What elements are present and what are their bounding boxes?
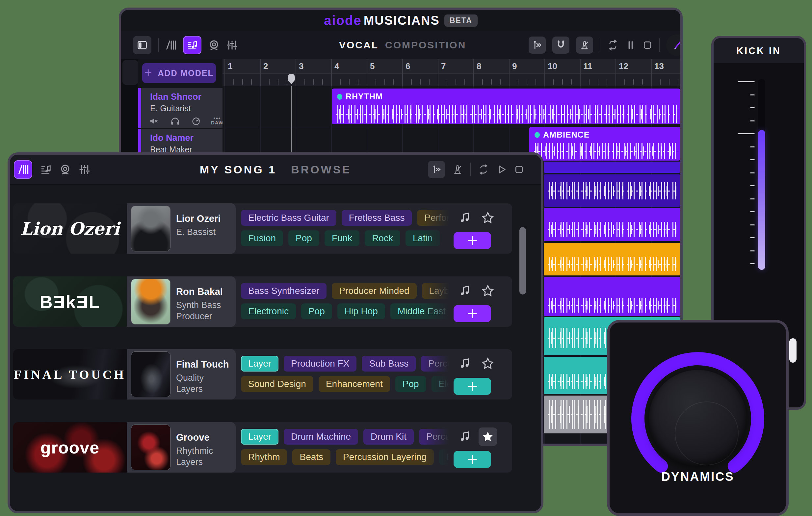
tag-pill[interactable]: Electronic xyxy=(241,303,296,319)
musician-row[interactable]: FINAL TOUCH Final Touch Quality Layers L… xyxy=(13,349,512,399)
track-header[interactable]: Idan Shneor E. Guitarist •••DAW xyxy=(138,88,223,128)
add-musician-button[interactable] xyxy=(454,451,491,468)
score-view-icon[interactable] xyxy=(183,36,201,54)
loop-icon[interactable] xyxy=(607,39,619,51)
stop-icon[interactable] xyxy=(642,40,652,50)
tag-pill[interactable]: Drum Kit xyxy=(364,429,414,445)
play-icon[interactable] xyxy=(496,164,507,175)
tag-pill[interactable]: Beats xyxy=(292,449,330,465)
preview-audio-icon[interactable] xyxy=(458,356,473,371)
favorite-star-icon[interactable] xyxy=(478,355,497,373)
headphones-icon[interactable] xyxy=(169,116,181,127)
tag-pill[interactable]: Drum Machine xyxy=(284,429,358,445)
musician-name: Final Touch xyxy=(176,359,229,370)
kick-fader-fill[interactable] xyxy=(758,130,765,270)
follow-playhead-icon[interactable] xyxy=(529,36,546,54)
dynamics-knob[interactable] xyxy=(649,370,747,467)
tag-list: LayerProduction FXSub BassPercussion Sou… xyxy=(241,349,453,399)
snap-magnet-icon[interactable] xyxy=(552,36,570,54)
tag-fade-overlay xyxy=(424,349,453,399)
browser-header: MY SONG 1 BROWSE xyxy=(10,155,541,185)
rail-notch[interactable] xyxy=(122,60,138,85)
tag-pill[interactable]: Layer xyxy=(241,356,279,371)
tag-pill[interactable]: Funk xyxy=(324,230,359,246)
tag-pill[interactable]: Fretless Bass xyxy=(342,210,412,226)
musician-logo: Lion Ozeri xyxy=(21,218,120,239)
clip-rhythm[interactable]: RHYTHM xyxy=(332,89,680,124)
favorite-star-icon[interactable] xyxy=(478,282,497,300)
fader-scale xyxy=(736,81,755,279)
strings-view-icon[interactable] xyxy=(165,39,176,51)
tag-pill[interactable]: Rock xyxy=(365,230,400,246)
view-title-primary[interactable]: VOCAL xyxy=(339,39,378,51)
tag-pill[interactable]: Percussion Layering xyxy=(336,449,434,465)
browse-tab[interactable]: BROWSE xyxy=(291,163,351,176)
clip-status-dot xyxy=(534,132,540,138)
timeline-clip[interactable] xyxy=(544,243,680,275)
tag-pill[interactable]: Rhythm xyxy=(241,449,287,465)
preview-audio-icon[interactable] xyxy=(458,284,473,298)
timeline-clip[interactable] xyxy=(544,161,680,173)
musician-list: Lion Ozeri Lior Ozeri E. Bassist Electri… xyxy=(10,184,541,511)
tag-pill[interactable]: Production FX xyxy=(284,356,356,371)
add-musician-button[interactable] xyxy=(454,305,491,322)
tag-pill[interactable]: Bass Synthesizer xyxy=(241,283,326,299)
timeline-clip[interactable] xyxy=(544,208,680,241)
tag-pill[interactable]: Hip Hop xyxy=(337,303,385,319)
row-actions xyxy=(454,422,509,473)
metronome-icon[interactable] xyxy=(452,164,463,175)
webcam-view-icon[interactable] xyxy=(208,39,220,51)
timeline-clip[interactable] xyxy=(544,277,680,316)
score-view-icon[interactable] xyxy=(40,164,51,175)
musician-row[interactable]: BƎkƎL Ron Bakal Synth Bass Producer Bass… xyxy=(13,276,512,327)
add-musician-button[interactable] xyxy=(454,378,491,395)
side-handle[interactable] xyxy=(789,338,796,363)
brush-icon[interactable] xyxy=(666,34,680,56)
webcam-view-icon[interactable] xyxy=(59,163,71,175)
add-musician-button[interactable] xyxy=(454,232,491,249)
musician-artwork: FINAL TOUCH xyxy=(13,349,127,399)
tag-pill[interactable]: Layer xyxy=(241,429,279,445)
pause-icon[interactable] xyxy=(626,40,636,50)
strings-view-icon[interactable] xyxy=(14,160,32,179)
tag-pill[interactable]: Sub Bass xyxy=(362,356,416,371)
mixer-view-icon[interactable] xyxy=(227,39,238,51)
tag-pill[interactable]: Enhancement xyxy=(319,376,390,392)
favorite-star-icon[interactable] xyxy=(478,209,497,227)
waveform xyxy=(548,257,677,271)
tag-pill[interactable]: Electric Bass Guitar xyxy=(241,210,337,226)
tag-pill[interactable]: Pop xyxy=(301,303,332,319)
track-name: Ido Namer xyxy=(150,133,194,143)
loop-icon[interactable] xyxy=(478,164,489,175)
follow-playhead-icon[interactable] xyxy=(428,161,445,178)
tag-pill[interactable]: Sound Design xyxy=(241,376,313,392)
musician-info-panel: Ron Bakal Synth Bass Producer xyxy=(127,276,236,327)
preview-audio-icon[interactable] xyxy=(458,211,473,225)
tag-pill[interactable]: Producer Minded xyxy=(332,283,416,299)
mixer-view-icon[interactable] xyxy=(79,164,90,175)
metronome-icon[interactable] xyxy=(576,36,593,54)
song-title[interactable]: MY SONG 1 xyxy=(200,163,277,176)
scrollbar-thumb[interactable] xyxy=(519,227,526,295)
knob-icon[interactable] xyxy=(190,116,202,127)
view-title-secondary[interactable]: COMPOSITION xyxy=(385,39,466,51)
timeline-clip[interactable] xyxy=(544,174,680,207)
favorite-star-icon[interactable] xyxy=(478,427,497,446)
panel-toggle-icon[interactable] xyxy=(133,36,151,54)
stop-icon[interactable] xyxy=(514,164,524,174)
daw-badge-icon[interactable]: •••DAW xyxy=(211,116,223,127)
tag-pill[interactable]: Fusion xyxy=(241,230,283,246)
waveform xyxy=(337,105,677,123)
musician-row[interactable]: groove Groove Rhythmic Layers LayerDrum … xyxy=(13,422,512,473)
add-model-button[interactable]: + ADD MODEL xyxy=(142,63,216,83)
preview-audio-icon[interactable] xyxy=(458,429,473,444)
tag-pill[interactable]: Pop xyxy=(288,230,319,246)
tag-pill[interactable]: Pop xyxy=(395,376,426,392)
fader-tick xyxy=(750,159,755,160)
mute-icon[interactable] xyxy=(148,116,160,127)
musician-row[interactable]: Lion Ozeri Lior Ozeri E. Bassist Electri… xyxy=(13,203,512,254)
playhead-marker[interactable] xyxy=(288,74,295,80)
timeline-ruler[interactable]: 12345678910111213 xyxy=(223,59,680,86)
musician-logo: groove xyxy=(40,438,99,457)
clip-ambience[interactable]: AMBIENCE xyxy=(529,127,680,160)
